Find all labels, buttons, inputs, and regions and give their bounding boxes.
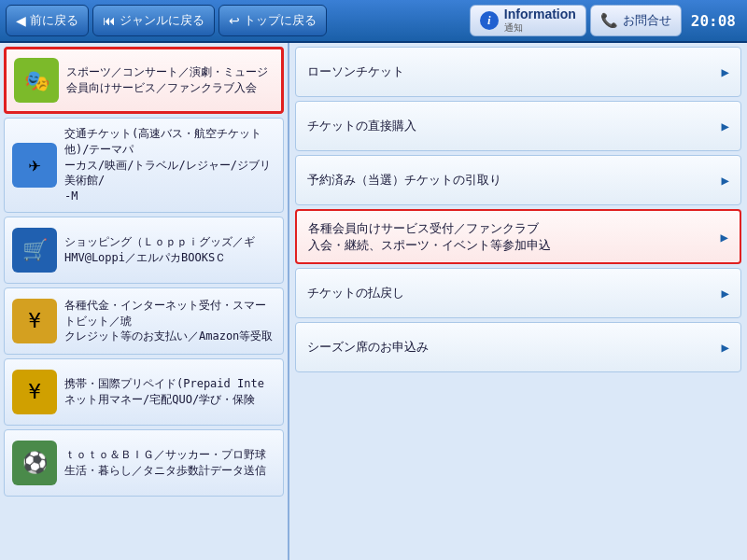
right-menu-item-lawson[interactable]: ローソンチケット▶ [295, 47, 741, 97]
genre-back-label: ジャンルに戻る [120, 12, 204, 29]
right-menu-item-reserved[interactable]: 予約済み（当選）チケットの引取り▶ [295, 155, 741, 205]
info-sub-label: 通知 [504, 21, 523, 35]
left-menu-item-toto[interactable]: ⚽ｔｏｔｏ＆ＢＩＧ／サッカー・プロ野球生活・暮らし／タニタ歩数計データ送信 [4, 429, 284, 497]
sub-text-refund: チケットの払戻し [307, 285, 714, 301]
info-label: Information [504, 7, 576, 21]
chevron-icon-refund: ▶ [722, 286, 729, 301]
right-menu-item-season[interactable]: シーズン席のお申込み▶ [295, 322, 741, 372]
sub-text-lawson: ローソンチケット [307, 63, 714, 80]
chevron-icon-membership: ▶ [721, 230, 728, 245]
back-arrow-icon: ◀ [16, 13, 26, 28]
chevron-icon-season: ▶ [722, 340, 729, 355]
phone-icon: 📞 [600, 12, 618, 29]
genre-back-icon: ⏮ [103, 13, 116, 28]
menu-icon-shopping: 🛒 [12, 228, 57, 273]
menu-icon-transport: ✈ [12, 143, 57, 188]
sub-text-season: シーズン席のお申込み [307, 339, 714, 356]
menu-text-payment: 各種代金・インターネット受付・スマートビット／琥クレジット等のお支払い／Amaz… [64, 298, 275, 344]
left-menu-item-shopping[interactable]: 🛒ショッピング（Ｌｏｐｐｉグッズ／ギHMV@Loppi／エルパカBOOKSＣ [4, 217, 284, 284]
back-label: 前に戻る [30, 12, 78, 29]
menu-icon-mobile: ¥ [12, 370, 57, 414]
sub-text-direct: チケットの直接購入 [307, 118, 714, 134]
top-back-icon: ↩ [229, 13, 240, 28]
menu-text-transport: 交通チケット(高速バス・航空チケット他)/テーマパーカス/映画/トラベル/レジャ… [64, 126, 275, 204]
menu-icon-toto: ⚽ [12, 441, 57, 485]
right-panel: ローソンチケット▶チケットの直接購入▶予約済み（当選）チケットの引取り▶各種会員… [289, 43, 747, 560]
chevron-icon-lawson: ▶ [722, 64, 729, 79]
header: ◀ 前に戻る ⏮ ジャンルに戻る ↩ トップに戻る i Information … [0, 0, 747, 43]
main-content: 🎭スポーツ／コンサート／演劇・ミュージ会員向けサービス／ファンクラブ入会✈交通チ… [0, 43, 747, 560]
left-panel: 🎭スポーツ／コンサート／演劇・ミュージ会員向けサービス／ファンクラブ入会✈交通チ… [0, 43, 289, 560]
contact-label: お問合せ [623, 12, 671, 29]
menu-text-sports: スポーツ／コンサート／演劇・ミュージ会員向けサービス／ファンクラブ入会 [66, 64, 274, 96]
menu-text-mobile: 携帯・国際プリペイド(Prepaid Inteネット用マネー/宅配QUO/学び・… [64, 376, 275, 408]
top-back-button[interactable]: ↩ トップに戻る [218, 5, 327, 36]
time-display: 20:08 [685, 12, 741, 30]
left-menu-item-mobile[interactable]: ¥携帯・国際プリペイド(Prepaid Inteネット用マネー/宅配QUO/学び… [4, 358, 284, 426]
back-button[interactable]: ◀ 前に戻る [6, 5, 89, 36]
menu-icon-payment: ¥ [12, 299, 57, 343]
sub-text-membership: 各種会員向けサービス受付／ファンクラブ入会・継続、スポーツ・イベント等参加申込 [308, 220, 713, 253]
information-button[interactable]: i Information 通知 [470, 5, 586, 36]
right-menu-item-direct[interactable]: チケットの直接購入▶ [295, 101, 741, 151]
left-menu-item-sports[interactable]: 🎭スポーツ／コンサート／演劇・ミュージ会員向けサービス／ファンクラブ入会 [4, 47, 284, 114]
right-menu-item-membership[interactable]: 各種会員向けサービス受付／ファンクラブ入会・継続、スポーツ・イベント等参加申込▶ [295, 209, 741, 264]
left-menu-item-transport[interactable]: ✈交通チケット(高速バス・航空チケット他)/テーマパーカス/映画/トラベル/レジ… [4, 118, 284, 213]
menu-text-toto: ｔｏｔｏ＆ＢＩＧ／サッカー・プロ野球生活・暮らし／タニタ歩数計データ送信 [64, 447, 275, 479]
right-menu-item-refund[interactable]: チケットの払戻し▶ [295, 268, 741, 318]
menu-icon-sports: 🎭 [14, 58, 59, 103]
sub-text-reserved: 予約済み（当選）チケットの引取り [307, 172, 714, 189]
chevron-icon-direct: ▶ [722, 119, 729, 133]
contact-button[interactable]: 📞 お問合せ [590, 5, 682, 36]
info-icon: i [480, 11, 499, 30]
left-menu-item-payment[interactable]: ¥各種代金・インターネット受付・スマートビット／琥クレジット等のお支払い／Ama… [4, 287, 284, 355]
genre-back-button[interactable]: ⏮ ジャンルに戻る [92, 5, 215, 36]
menu-text-shopping: ショッピング（Ｌｏｐｐｉグッズ／ギHMV@Loppi／エルパカBOOKSＣ [64, 234, 275, 266]
chevron-icon-reserved: ▶ [722, 173, 729, 188]
top-back-label: トップに戻る [244, 12, 317, 29]
